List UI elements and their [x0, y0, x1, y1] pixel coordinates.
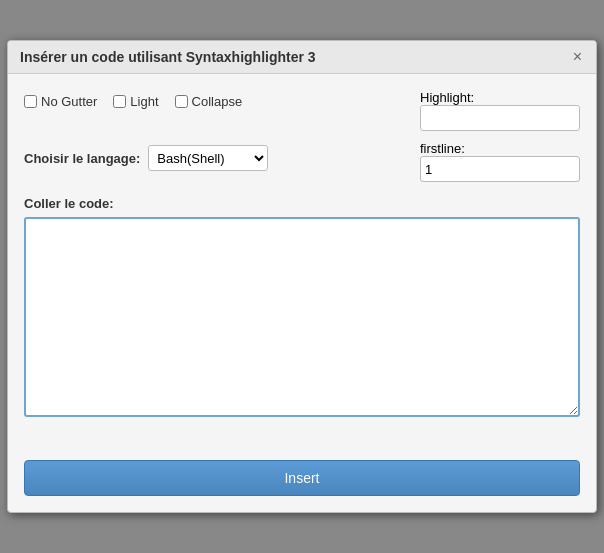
firstline-section: firstline:	[420, 141, 580, 182]
no-gutter-checkbox[interactable]	[24, 95, 37, 108]
middle-section: Choisir le langage: Bash(Shell)ActionScr…	[24, 141, 580, 182]
checkboxes-group: No Gutter Light Collapse	[24, 90, 242, 109]
no-gutter-group: No Gutter	[24, 94, 97, 109]
close-button[interactable]: ×	[571, 49, 584, 65]
firstline-input[interactable]	[420, 156, 580, 182]
code-textarea[interactable]	[24, 217, 580, 417]
paste-section: Coller le code:	[24, 196, 580, 420]
firstline-label: firstline:	[420, 141, 580, 156]
collapse-checkbox[interactable]	[175, 95, 188, 108]
light-checkbox[interactable]	[113, 95, 126, 108]
dialog-footer: Insert	[8, 450, 596, 512]
language-section: Choisir le langage: Bash(Shell)ActionScr…	[24, 141, 268, 171]
collapse-group: Collapse	[175, 94, 243, 109]
dialog: Insérer un code utilisant Syntaxhighligh…	[7, 40, 597, 513]
no-gutter-label: No Gutter	[41, 94, 97, 109]
light-group: Light	[113, 94, 158, 109]
language-select[interactable]: Bash(Shell)ActionScript3ColdFusionCSharp…	[148, 145, 268, 171]
light-label: Light	[130, 94, 158, 109]
highlight-section: Highlight:	[420, 90, 580, 131]
language-label: Choisir le langage:	[24, 151, 140, 166]
dialog-header: Insérer un code utilisant Syntaxhighligh…	[8, 41, 596, 74]
top-section: No Gutter Light Collapse Highlight:	[24, 90, 580, 131]
highlight-input[interactable]	[420, 105, 580, 131]
paste-label: Coller le code:	[24, 196, 580, 211]
insert-button[interactable]: Insert	[24, 460, 580, 496]
highlight-label: Highlight:	[420, 90, 580, 105]
dialog-body: No Gutter Light Collapse Highlight: Choi…	[8, 74, 596, 450]
collapse-label: Collapse	[192, 94, 243, 109]
dialog-title: Insérer un code utilisant Syntaxhighligh…	[20, 49, 316, 65]
